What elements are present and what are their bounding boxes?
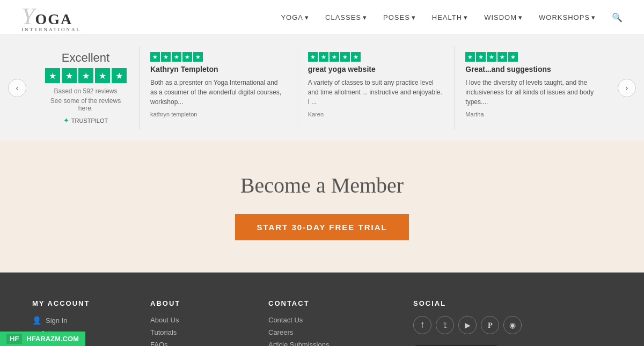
review-2-stars: ★ ★ ★ ★ ★ <box>308 52 444 62</box>
footer-about-us-link[interactable]: About Us <box>150 316 258 324</box>
footer: MY ACCOUNT 👤 Sign In + Join ABOUT About … <box>0 273 644 346</box>
footer-grid: MY ACCOUNT 👤 Sign In + Join ABOUT About … <box>32 299 612 346</box>
footer-contact-us-link[interactable]: Contact Us <box>268 316 402 324</box>
logo-subtitle: INTERNATIONAL <box>21 27 81 32</box>
footer-about-title: ABOUT <box>150 299 258 307</box>
nav-classes[interactable]: CLASSES ▾ <box>325 13 367 21</box>
reviews-inner: Excellent ★ ★ ★ ★ ★ Based on 592 reviews… <box>0 46 644 130</box>
review-1-title: Kathryn Templeton <box>150 65 286 73</box>
nav-yoga[interactable]: YOGA ▾ <box>281 13 309 21</box>
footer-social-title: SOCIAL <box>413 299 612 307</box>
review-3-stars: ★ ★ ★ ★ ★ <box>465 52 601 62</box>
watermark: HF HFARAZM.COM <box>0 332 85 346</box>
footer-contact-title: CONTACT <box>268 299 402 307</box>
excellent-label: Excellent <box>62 51 109 65</box>
trial-button[interactable]: START 30-DAY FREE TRIAL <box>235 214 408 240</box>
nav-health[interactable]: HEALTH ▾ <box>432 13 468 21</box>
footer-article-sub-link[interactable]: Article Submissions <box>268 341 402 346</box>
person-icon: 👤 <box>32 316 41 325</box>
summary-stars: ★ ★ ★ ★ ★ <box>45 68 127 83</box>
reviews-based-on: Based on 592 reviews <box>54 87 117 95</box>
nav-wisdom[interactable]: WISDOM ▾ <box>484 13 523 21</box>
review-1-text: Both as a presnter on Yoga International… <box>150 78 286 107</box>
trustpilot-summary: Excellent ★ ★ ★ ★ ★ Based on 592 reviews… <box>32 46 140 130</box>
review-1-author: kathryn templeton <box>150 111 286 117</box>
footer-about-col: ABOUT About Us Tutorials FAQs Privacy Po… <box>150 299 258 346</box>
review-3-title: Great...and suggestions <box>465 65 601 73</box>
reviews-see-link[interactable]: See some of the reviews here. <box>43 97 128 112</box>
social-icons-row: f 𝕥 ▶ 𝐏 ◉ <box>413 316 612 334</box>
facebook-icon[interactable]: f <box>413 316 431 334</box>
watermark-badge: HF <box>6 334 22 344</box>
footer-account-title: MY ACCOUNT <box>32 299 140 307</box>
footer-signin-link[interactable]: 👤 Sign In <box>32 316 140 325</box>
nav-poses[interactable]: POSES ▾ <box>383 13 416 21</box>
search-icon[interactable]: 🔍 <box>612 12 623 23</box>
review-3-text: I love the diversity of levels taught, a… <box>465 78 601 107</box>
review-2-author: Karen <box>308 111 444 117</box>
review-card-2: ★ ★ ★ ★ ★ great yoga website A variety o… <box>297 46 455 130</box>
review-3-author: Martha <box>465 111 601 117</box>
footer-faqs-link[interactable]: FAQs <box>150 341 258 346</box>
review-card-1: ★ ★ ★ ★ ★ Kathryn Templeton Both as a pr… <box>140 46 297 130</box>
footer-careers-link[interactable]: Careers <box>268 328 402 336</box>
reviews-next-button[interactable]: › <box>618 79 636 97</box>
nav-workshops[interactable]: WORKSHOPS ▾ <box>539 13 596 21</box>
reviews-section: ‹ Excellent ★ ★ ★ ★ ★ Based on 592 revie… <box>0 35 644 141</box>
review-1-stars: ★ ★ ★ ★ ★ <box>150 52 286 62</box>
logo-oga: OGA <box>35 11 72 28</box>
review-card-3: ★ ★ ★ ★ ★ Great...and suggestions I love… <box>455 46 612 130</box>
logo-y: Y <box>21 3 34 30</box>
header: Y OGA INTERNATIONAL YOGA ▾ CLASSES ▾ POS… <box>0 0 644 35</box>
twitter-icon[interactable]: 𝕥 <box>436 316 454 334</box>
footer-tutorials-link[interactable]: Tutorials <box>150 328 258 336</box>
member-section: Become a Member START 30-DAY FREE TRIAL <box>0 141 644 273</box>
logo[interactable]: Y OGA INTERNATIONAL <box>21 3 81 32</box>
review-2-title: great yoga website <box>308 65 444 73</box>
review-cards: ★ ★ ★ ★ ★ Kathryn Templeton Both as a pr… <box>140 46 612 130</box>
footer-social-col: SOCIAL f 𝕥 ▶ 𝐏 ◉ 🍎 DOWNLOAD ON THE App S… <box>413 299 612 346</box>
youtube-icon[interactable]: ▶ <box>458 316 477 334</box>
watermark-label: HFARAZM.COM <box>26 335 79 343</box>
member-title: Become a Member <box>21 173 623 198</box>
reviews-prev-button[interactable]: ‹ <box>8 79 26 97</box>
footer-contact-col: CONTACT Contact Us Careers Article Submi… <box>268 299 402 346</box>
instagram-icon[interactable]: ◉ <box>503 316 522 334</box>
pinterest-icon[interactable]: 𝐏 <box>481 316 499 334</box>
review-2-text: A variety of classes to suit any practic… <box>308 78 444 107</box>
main-nav: YOGA ▾ CLASSES ▾ POSES ▾ HEALTH ▾ WISDOM… <box>281 12 623 23</box>
trustpilot-logo: ✦ TRUSTPILOT <box>63 116 108 124</box>
